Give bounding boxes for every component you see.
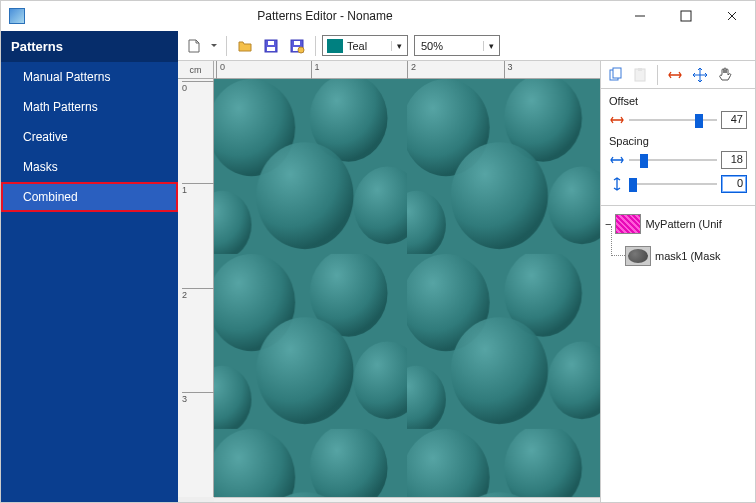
tree-root-label: MyPattern (Unif	[645, 218, 721, 230]
svg-point-10	[298, 47, 304, 53]
zoom-dropdown[interactable]: 50% ▾	[414, 35, 500, 56]
spacing-h-slider[interactable]	[629, 153, 717, 167]
open-button[interactable]	[233, 34, 257, 58]
tree-child-label: mask1 (Mask	[655, 250, 720, 262]
separator	[657, 65, 658, 85]
paste-button	[628, 63, 652, 87]
ruler-unit: cm	[178, 61, 214, 79]
save-as-button[interactable]	[285, 34, 309, 58]
ruler-vertical: 0 1 2 3	[178, 79, 214, 497]
sidebar: Patterns Manual Patterns Math Patterns C…	[1, 31, 178, 502]
svg-rect-9	[294, 41, 300, 45]
svg-rect-5	[267, 47, 275, 51]
save-button[interactable]	[259, 34, 283, 58]
sidebar-item-math-patterns[interactable]: Math Patterns	[1, 92, 178, 122]
minimize-button[interactable]	[617, 1, 663, 31]
svg-rect-21	[613, 68, 621, 78]
sidebar-item-manual-patterns[interactable]: Manual Patterns	[1, 62, 178, 92]
move-toggle[interactable]	[688, 63, 712, 87]
properties-panel: Offset 47 Spacing	[600, 61, 755, 502]
new-dropdown[interactable]	[208, 34, 220, 58]
offset-label: Offset	[609, 95, 747, 107]
spacing-v-slider[interactable]	[629, 177, 717, 191]
separator	[315, 36, 316, 56]
spacing-h-value[interactable]: 18	[721, 151, 747, 169]
tree-connector	[611, 226, 625, 256]
tree-root[interactable]: − MyPattern (Unif	[605, 212, 751, 236]
svg-rect-6	[268, 41, 274, 45]
window-title: Patterns Editor - Noname	[33, 9, 617, 23]
main-toolbar: Teal ▾ 50% ▾	[178, 31, 755, 61]
svg-rect-23	[638, 68, 642, 71]
spacing-h-icon	[609, 152, 625, 168]
sidebar-title: Patterns	[1, 31, 178, 62]
color-dropdown[interactable]: Teal ▾	[322, 35, 408, 56]
spacing-v-icon	[609, 176, 625, 192]
chevron-down-icon: ▾	[391, 41, 407, 51]
chevron-down-icon: ▾	[483, 41, 499, 51]
offset-h-toggle[interactable]	[663, 63, 687, 87]
zoom-value: 50%	[415, 40, 483, 52]
svg-rect-19	[214, 79, 600, 497]
maximize-button[interactable]	[663, 1, 709, 31]
separator	[226, 36, 227, 56]
tree-child[interactable]: mask1 (Mask	[625, 244, 720, 268]
close-button[interactable]	[709, 1, 755, 31]
titlebar: Patterns Editor - Noname	[1, 1, 755, 31]
sidebar-item-masks[interactable]: Masks	[1, 152, 178, 182]
offset-slider[interactable]	[629, 113, 717, 127]
color-swatch	[327, 39, 343, 53]
color-name: Teal	[347, 40, 391, 52]
pattern-canvas[interactable]	[214, 79, 600, 497]
ruler-horizontal: 0 1 2 3	[214, 61, 600, 79]
mask-thumbnail	[625, 246, 651, 266]
spacing-v-value[interactable]: 0	[721, 175, 747, 193]
offset-h-icon	[609, 112, 625, 128]
horizontal-scrollbar[interactable]	[214, 497, 600, 502]
svg-rect-1	[681, 11, 691, 21]
canvas-area: cm 0 1 2 3 0 1 2 3	[178, 61, 600, 502]
new-button[interactable]	[182, 34, 206, 58]
pan-toggle[interactable]	[713, 63, 737, 87]
copy-button[interactable]	[603, 63, 627, 87]
spacing-label: Spacing	[609, 135, 747, 147]
offset-value[interactable]: 47	[721, 111, 747, 129]
sidebar-item-combined[interactable]: Combined	[1, 182, 178, 212]
layer-tree: − MyPattern (Unif mask1 (Mask	[601, 205, 755, 502]
app-icon	[9, 8, 25, 24]
panel-toolbar	[601, 61, 755, 89]
sidebar-item-creative[interactable]: Creative	[1, 122, 178, 152]
